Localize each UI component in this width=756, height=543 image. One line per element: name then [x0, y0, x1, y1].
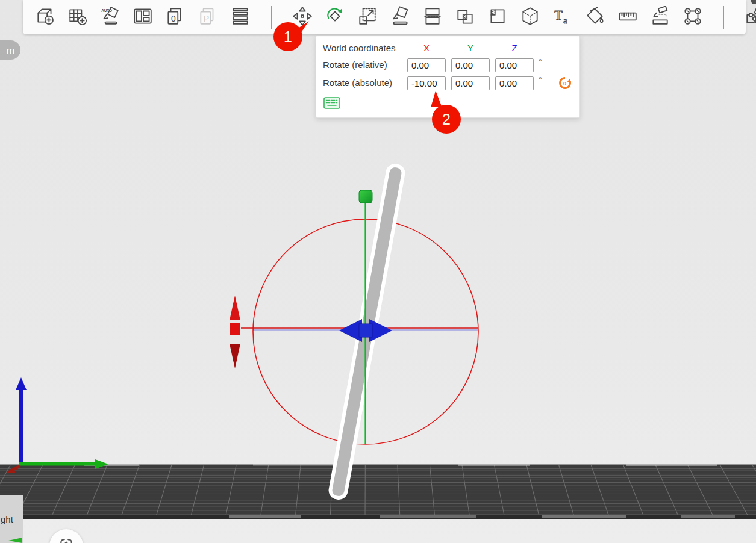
rotate-absolute-label: Rotate (absolute): [323, 78, 392, 88]
scale-tool-button[interactable]: [357, 7, 378, 28]
svg-text:T: T: [554, 8, 563, 23]
mesh-boolean-icon: [520, 6, 540, 28]
add-plate-icon: [67, 6, 88, 28]
gizmo-x-arrow-up[interactable]: [230, 296, 240, 320]
auto-orient-icon: AUTO: [100, 6, 120, 28]
split-to-parts-button[interactable]: P: [197, 7, 219, 28]
degree-unit: °: [539, 75, 542, 85]
rotate-relative-y-input[interactable]: [451, 58, 490, 72]
arrange-icon: [133, 6, 153, 28]
arrange-button[interactable]: [132, 7, 154, 28]
gizmo-y-handle[interactable]: [359, 190, 372, 203]
axis-header-y: Y: [451, 43, 490, 53]
split-to-objects-button[interactable]: 0: [164, 7, 186, 28]
text-icon: T a: [552, 6, 573, 28]
bottom-left-panel-fragment: ght: [0, 495, 23, 543]
add-plate-button[interactable]: [67, 7, 89, 28]
callout-badge-2: 2: [432, 105, 461, 134]
text-tool-button[interactable]: T a: [552, 7, 573, 28]
toolbar-separator: [271, 6, 272, 29]
axis-header-z: Z: [495, 43, 534, 53]
split-to-objects-icon: 0: [165, 6, 186, 28]
assembly-view-button[interactable]: [744, 7, 756, 28]
add-object-button[interactable]: [34, 7, 56, 28]
build-plate: [0, 464, 756, 519]
support-painting-icon: [650, 6, 670, 28]
variable-layer-height-icon: [230, 6, 251, 28]
gizmo-z-arrow-left[interactable]: [339, 319, 362, 342]
auto-orient-button[interactable]: AUTO: [99, 7, 121, 28]
degree-unit: °: [539, 57, 542, 67]
cut-tool-button[interactable]: [422, 7, 443, 28]
application-window: AUTO 0: [0, 0, 756, 543]
offscreen-panel-corner: [751, 0, 756, 4]
assembly-view-icon: [745, 6, 756, 28]
rotate-absolute-x-input[interactable]: [407, 76, 446, 90]
rotate-relative-z-input[interactable]: [495, 58, 534, 72]
main-toolbar: AUTO 0: [23, 0, 746, 34]
left-pill-label: rn: [7, 45, 14, 55]
gizmo-z-arrow-right[interactable]: [369, 319, 392, 342]
gizmo-x-arrow-down[interactable]: [230, 344, 240, 368]
color-painting-button[interactable]: [584, 7, 606, 28]
measure-icon: [617, 6, 638, 28]
rotate-relative-x-input[interactable]: [407, 58, 446, 72]
split-to-parts-icon: P: [198, 6, 218, 28]
rotate-tool-button[interactable]: [324, 7, 346, 28]
rotate-absolute-z-input[interactable]: [495, 76, 534, 90]
bottom-left-panel-label: ght: [1, 514, 13, 524]
subtract-icon: [487, 6, 508, 28]
lay-on-face-icon: [390, 6, 410, 28]
lay-on-face-button[interactable]: [389, 7, 411, 28]
reset-rotation-icon: 0: [558, 82, 572, 92]
keyboard-icon: [323, 102, 340, 111]
rotate-absolute-y-input[interactable]: [451, 76, 490, 90]
support-painting-button[interactable]: [649, 7, 671, 28]
svg-text:a: a: [563, 16, 567, 25]
svg-text:0: 0: [563, 80, 566, 87]
add-object-icon: [35, 6, 55, 28]
keyboard-shortcuts-button[interactable]: [323, 97, 340, 109]
variable-layer-height-button[interactable]: [230, 7, 251, 28]
callout-badge-1: 1: [273, 22, 302, 51]
merge-tool-button[interactable]: [454, 7, 476, 28]
mesh-boolean-button[interactable]: [519, 7, 541, 28]
axis-header-x: X: [407, 43, 446, 53]
scale-icon: [357, 6, 378, 28]
merge-icon: [455, 6, 475, 28]
axis-indicator: [5, 377, 108, 473]
subtract-tool-button[interactable]: [487, 7, 508, 28]
reset-rotation-button[interactable]: 0: [558, 76, 572, 90]
rotate-relative-label: Rotate (relative): [323, 60, 387, 70]
gizmo-x-handle[interactable]: [230, 323, 240, 335]
seam-painting-icon: [683, 6, 703, 28]
gizmo-z-handle[interactable]: [359, 324, 372, 337]
color-painting-icon: [585, 6, 605, 28]
camera-view-icon: [58, 537, 74, 543]
measure-tool-button[interactable]: [617, 7, 639, 28]
left-edge-pill-button[interactable]: rn: [0, 40, 20, 60]
seam-painting-button[interactable]: [682, 7, 704, 28]
cut-icon: [422, 6, 443, 28]
svg-text:P: P: [204, 14, 209, 23]
rotate-icon-active: [325, 6, 345, 28]
toolbar-separator: [723, 6, 724, 29]
svg-text:0: 0: [171, 14, 176, 23]
coordinate-system-select[interactable]: World coordinates: [323, 43, 396, 53]
